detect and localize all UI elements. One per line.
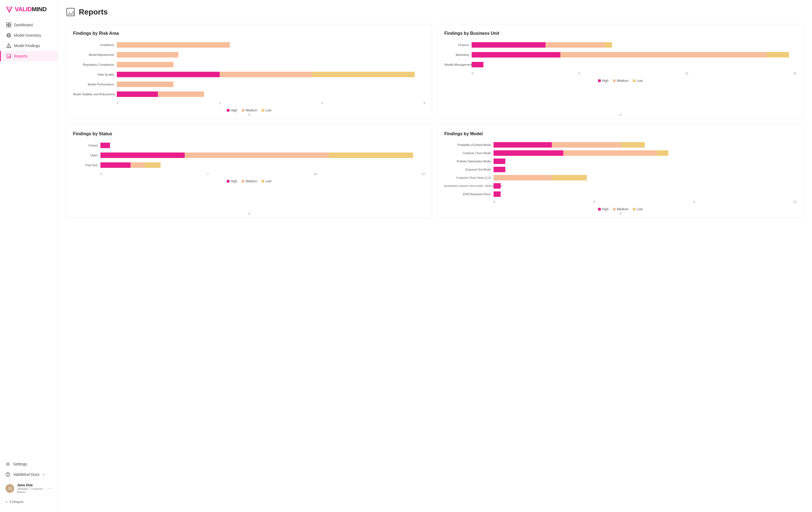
legend-high: High [598,79,609,83]
table-row: Finance [444,41,796,49]
sidebar-item-reports[interactable]: Reports [0,51,57,61]
chart-expand-chevron[interactable]: ∨ [248,112,251,117]
table-row: [Quickstart] Customer Churn Model - Init… [444,183,796,189]
settings-icon [5,462,10,466]
table-row: Limitations [73,41,425,49]
chart-risk-area: Findings by Risk Area Limitations Model … [66,24,432,119]
bar-label: [Cypress] Test Model [444,168,494,171]
sidebar-item-validmind-docs[interactable]: ValidMind Docs ↗ [0,469,57,480]
bar-label: Limitations [73,43,117,47]
sidebar-item-model-findings[interactable]: Model Findings [0,41,57,51]
bar-label: Regulatory Compliance [73,63,117,66]
legend-medium-dot [241,180,244,183]
table-row: Data Quality [73,71,425,78]
bar-medium [494,175,552,181]
bar-label: Portfolio Optimization Model [444,160,494,163]
logo-icon [5,5,13,13]
legend-low-dot [633,208,636,211]
bar-container [494,166,796,172]
bar-container [100,152,425,158]
sidebar-item-model-inventory[interactable]: Model Inventory [0,30,57,41]
table-row: Model Performance [73,81,425,88]
legend-medium: Medium [241,179,257,183]
bar-label: Model Adjustments [73,53,117,56]
x-axis: 0 7 14 27 [73,172,425,176]
external-link-icon: ↗ [42,473,44,476]
bar-container [117,62,425,68]
bar-container [494,158,796,164]
user-name: Jane Doe [17,483,45,487]
sidebar-item-dashboard[interactable]: Dashboard [0,20,57,30]
status-bars: Closed Open [73,142,425,171]
svg-rect-1 [9,23,11,25]
collapse-button[interactable]: « Collapse [0,497,57,507]
chart-expand-chevron[interactable]: ∨ [619,112,622,117]
sidebar-nav: Dashboard Model Inventory Model Findings [0,20,57,61]
bar-low [552,175,587,181]
x-axis: 0 2 4 6 [73,102,425,105]
bar-high [472,62,484,68]
bar-high [100,162,130,168]
table-row: Past Due [73,162,425,169]
table-row: Wealth Management [444,61,796,68]
chart-business-unit-content: Finance Marketing [444,41,796,83]
chart-status-content: Closed Open [73,142,425,183]
bar-high [100,143,110,148]
legend-low: Low [262,179,271,183]
bar-container [494,150,796,156]
legend-low: Low [633,79,643,83]
page-title: Reports [79,8,108,17]
bar-label: Closed [73,144,100,147]
table-row: Marketing [444,51,796,58]
bar-medium [546,42,605,48]
legend-high: High [598,207,609,211]
bar-container [100,142,425,149]
legend-medium-dot [241,109,244,112]
chart-expand-chevron[interactable]: ∨ [248,211,251,215]
table-row: [Cypress] Test Model [444,166,796,172]
bar-high [494,183,501,189]
chart-model-title: Findings by Model [444,131,796,136]
table-row: Customer Churn Model [444,150,796,156]
user-section: JD Jane Doe Validator, Customer Admin ⋯ [0,480,57,497]
bar-low [657,150,668,156]
bar-high [117,91,158,97]
legend-high: High [227,108,237,112]
model-inventory-icon [6,33,11,38]
bar-label: [Quickstart] Customer Churn Model - Init… [444,185,494,187]
x-axis: 0 4 8 13 [444,200,796,204]
sidebar: VALIDMIND Dashboard Model Inventory [0,0,57,512]
bar-medium [563,150,657,156]
user-info: Jane Doe Validator, Customer Admin [17,483,45,494]
bar-label: Probability of Default Model [444,143,494,146]
user-more-button[interactable]: ⋯ [47,486,52,491]
legend-high-dot [227,109,230,112]
legend-low: Low [633,207,643,211]
bar-label: Customer Churn Model [444,152,494,155]
status-legend: High Medium Low [73,179,425,183]
bar-label: Model Performance [73,83,117,86]
bar-container [472,52,796,58]
model-legend: High Medium Low [444,207,796,211]
bar-high [494,167,505,172]
legend-high-dot [598,208,601,211]
bar-container [494,191,796,197]
svg-rect-0 [6,23,8,25]
collapse-chevron-icon: « [5,500,7,504]
sidebar-item-settings[interactable]: Settings [0,459,57,469]
table-row: [OW] Newstrack Demo [444,191,796,197]
model-findings-icon [6,43,11,48]
bar-medium [552,142,621,147]
risk-area-bars: Limitations Model Adjustments [73,41,425,101]
bar-label: Finance [444,43,472,47]
chart-expand-chevron[interactable]: ∨ [619,211,622,215]
table-row: Model Adjustments [73,51,425,58]
sidebar-bottom: Settings ValidMind Docs ↗ JD Jane Doe Va… [0,459,57,507]
dashboard-icon [6,23,11,27]
legend-medium: Medium [613,207,629,211]
model-bars: Probability of Default Model Customer Ch… [444,142,796,199]
bar-medium [220,72,312,77]
bar-medium [560,52,767,57]
chart-status-title: Findings by Status [73,131,425,136]
bar-high [117,72,220,77]
